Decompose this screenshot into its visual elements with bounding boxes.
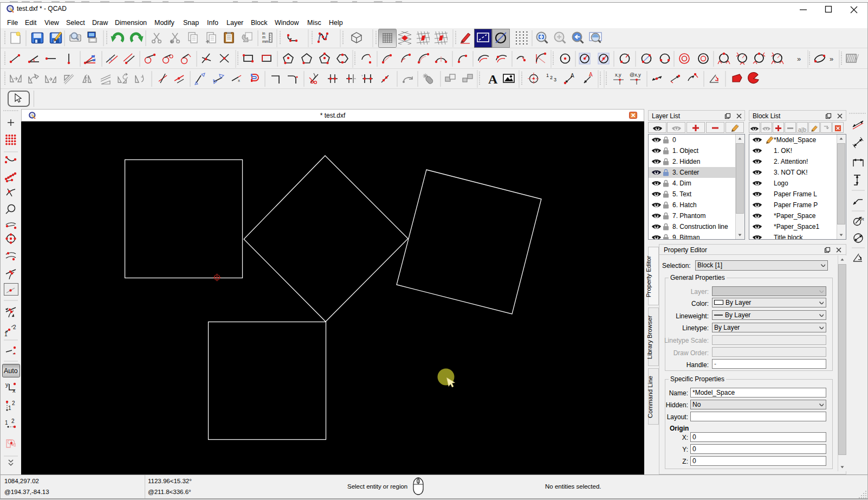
svg-text:1: 1 xyxy=(5,420,8,426)
svg-text:2: 2 xyxy=(550,75,553,80)
svg-text:A: A xyxy=(589,72,593,78)
svg-text:x,y: x,y xyxy=(615,72,621,78)
svg-text:»: » xyxy=(797,55,801,63)
svg-text:2: 2 xyxy=(11,418,15,424)
svg-text:2: 2 xyxy=(12,400,15,406)
svg-text:m: m xyxy=(262,35,265,39)
svg-text:1: 1 xyxy=(546,73,549,78)
svg-text:3: 3 xyxy=(554,77,556,82)
svg-text:in: in xyxy=(262,31,265,35)
svg-text:x: x xyxy=(12,387,16,394)
svg-text:mm: mm xyxy=(262,40,269,43)
svg-text:@x,y: @x,y xyxy=(630,72,641,78)
svg-text:*: * xyxy=(361,74,363,78)
svg-text:A: A xyxy=(571,73,574,79)
svg-text:2: 2 xyxy=(13,324,16,330)
svg-text:x: x xyxy=(238,78,240,83)
svg-text:y: y xyxy=(5,381,9,388)
svg-text:R: R xyxy=(861,217,864,222)
svg-text:»: » xyxy=(830,55,833,63)
svg-text:A: A xyxy=(488,72,498,86)
svg-text:1: 1 xyxy=(8,405,11,411)
svg-text:Auto: Auto xyxy=(4,367,18,375)
